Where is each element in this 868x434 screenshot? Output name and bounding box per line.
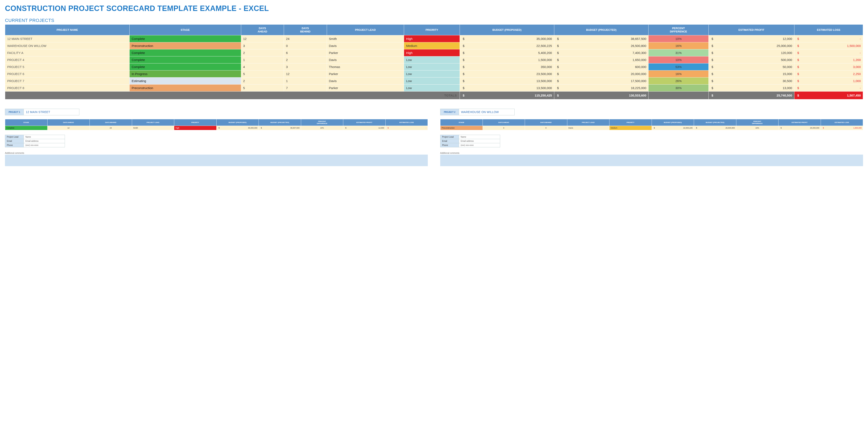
mini-priority: High	[174, 126, 217, 130]
mini-priority: Medium	[610, 126, 652, 130]
mini-loss: $1,500,000	[821, 126, 863, 130]
col-header: ESTIMATED PROFIT	[709, 25, 794, 35]
cell-days-behind: 6	[284, 50, 327, 56]
col-header: STAGE	[129, 25, 241, 35]
contact-row: EmailEmail address	[440, 139, 500, 143]
cell-budget-proposed: $350,000	[460, 63, 554, 70]
contact-value: (xxx) xxx-xxxx	[24, 143, 65, 147]
mini-budget-proposed: $22,500,225	[652, 126, 694, 130]
table-row: PROJECT 7Estimating21DavisLow$13,500,000…	[5, 78, 863, 85]
comments-box[interactable]	[440, 155, 863, 166]
cell-profit: $12,000	[709, 35, 794, 42]
cell-days-ahead: 2	[241, 50, 284, 56]
table-row: PROJECT 8Preconstruction57ParkerLow$13,5…	[5, 85, 863, 92]
contact-row: Phone(xxx) xxx-xxxx	[5, 143, 65, 147]
mini-col-header: ESTIMATED PROFIT	[343, 119, 385, 126]
col-header: BUDGET (PROJECTED)	[554, 25, 649, 35]
cell-stage: Preconstruction	[129, 85, 241, 92]
col-header: BUDGET (PROPOSED)	[460, 25, 554, 35]
contact-row: Project LeadName	[440, 135, 500, 139]
contact-field: Email	[440, 139, 459, 143]
mini-lead: Davis	[567, 126, 610, 130]
cell-project-name: PROJECT 8	[5, 85, 130, 92]
cell-loss: $1,000	[794, 78, 863, 85]
cell-days-behind: 7	[284, 85, 327, 92]
mini-budget-projected: $26,500,800	[694, 126, 736, 130]
mini-days-ahead: 12	[47, 126, 90, 130]
mini-profit: $25,000,000	[778, 126, 821, 130]
cell-days-behind: 12	[284, 70, 327, 78]
col-header: ESTIMATED LOSS	[794, 25, 863, 35]
cell-days-ahead: 5	[241, 85, 284, 92]
cell-budget-proposed: $1,500,000	[460, 56, 554, 63]
cell-stage: Preconstruction	[129, 42, 241, 50]
cell-stage: Complete	[129, 35, 241, 42]
contact-field: Project Lead	[5, 135, 24, 139]
cell-priority: Low	[404, 56, 460, 63]
comments-box[interactable]	[5, 155, 428, 166]
section-title: CURRENT PROJECTS	[5, 18, 863, 23]
mini-col-header: STAGE	[440, 119, 483, 126]
cell-project-name: FACILITY A	[5, 50, 130, 56]
contact-row: EmailEmail address	[5, 139, 65, 143]
table-row: FACILITY AComplete26ParkerHigh$5,400,200…	[5, 50, 863, 56]
mini-col-header: DAYS BEHIND	[90, 119, 132, 126]
col-header: PRIORITY	[404, 25, 460, 35]
cell-loss: $2,250	[794, 70, 863, 78]
cell-lead: Davis	[327, 42, 404, 50]
page-title: CONSTRUCTION PROJECT SCORECARD TEMPLATE …	[5, 4, 863, 13]
contact-value: Name	[459, 135, 500, 139]
mini-table: STAGEDAYS AHEADDAYS BEHINDPROJECT LEADPR…	[440, 119, 863, 130]
cell-pct-diff: 30%	[649, 85, 709, 92]
mini-profit: $12,000	[343, 126, 385, 130]
table-row: PROJECT 5Complete43ThomasLow$350,000$600…	[5, 63, 863, 70]
mini-col-header: PROJECT LEAD	[567, 119, 610, 126]
cell-days-ahead: 5	[241, 70, 284, 78]
contact-value: Email address	[459, 139, 500, 143]
cell-priority: Low	[404, 78, 460, 85]
cell-loss: $1,500,000	[794, 42, 863, 50]
mini-lead: Smith	[132, 126, 174, 130]
cell-pct-diff: 10%	[649, 56, 709, 63]
mini-pct: 16%	[736, 126, 778, 130]
cell-lead: Davis	[327, 56, 404, 63]
mini-loss: $-	[385, 126, 428, 130]
cell-loss: $-	[794, 50, 863, 56]
cell-days-ahead: 4	[241, 63, 284, 70]
mini-days-ahead: 3	[483, 126, 525, 130]
col-header: PROJECT NAME	[5, 25, 130, 35]
mini-col-header: BUDGET (PROJECTED)	[694, 119, 736, 126]
mini-stage: Complete	[5, 126, 48, 130]
mini-col-header: BUDGET (PROPOSED)	[652, 119, 694, 126]
cell-profit: $50,000	[709, 63, 794, 70]
cell-loss: $-	[794, 35, 863, 42]
mini-col-header: DAYS BEHIND	[525, 119, 567, 126]
contact-field: Email	[5, 139, 24, 143]
contact-field: Project Lead	[440, 135, 459, 139]
contact-table: Project LeadNameEmailEmail addressPhone(…	[5, 135, 65, 147]
cell-days-ahead: 3	[241, 42, 284, 50]
mini-col-header: PERCENTDIFFERENCE	[736, 119, 778, 126]
cell-loss: $-	[794, 85, 863, 92]
cell-project-name: WAREHOUSE ON WILLOW	[5, 42, 130, 50]
cell-budget-proposed: $5,400,200	[460, 50, 554, 56]
cell-priority: Low	[404, 85, 460, 92]
cell-lead: Thomas	[327, 63, 404, 70]
col-header: DAYSAHEAD	[241, 25, 284, 35]
totals-row: TOTALS$115,250,425$130,533,600$25,740,50…	[5, 92, 863, 99]
cell-priority: Low	[404, 70, 460, 78]
mini-table: STAGEDAYS AHEADDAYS BEHINDPROJECT LEADPR…	[5, 119, 428, 130]
cell-lead: Parker	[327, 85, 404, 92]
cell-stage: Complete	[129, 63, 241, 70]
totals-loss: $1,507,450	[794, 92, 863, 99]
cell-profit: $13,000	[709, 85, 794, 92]
mini-row: Complete1224SmithHigh$35,000,000$38,657,…	[5, 126, 428, 130]
cell-project-name: PROJECT 4	[5, 56, 130, 63]
contact-field: Phone	[5, 143, 24, 147]
cell-project-name: PROJECT 6	[5, 70, 130, 78]
cell-budget-projected: $20,000,000	[554, 70, 649, 78]
cell-profit: $15,000	[709, 70, 794, 78]
cell-stage: Complete	[129, 50, 241, 56]
mini-col-header: PROJECT LEAD	[132, 119, 174, 126]
mini-budget-projected: $38,657,500	[259, 126, 301, 130]
